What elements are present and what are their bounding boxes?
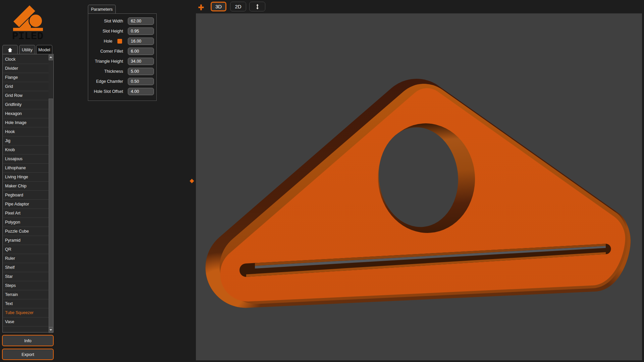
svg-text:PILED: PILED	[12, 31, 43, 42]
